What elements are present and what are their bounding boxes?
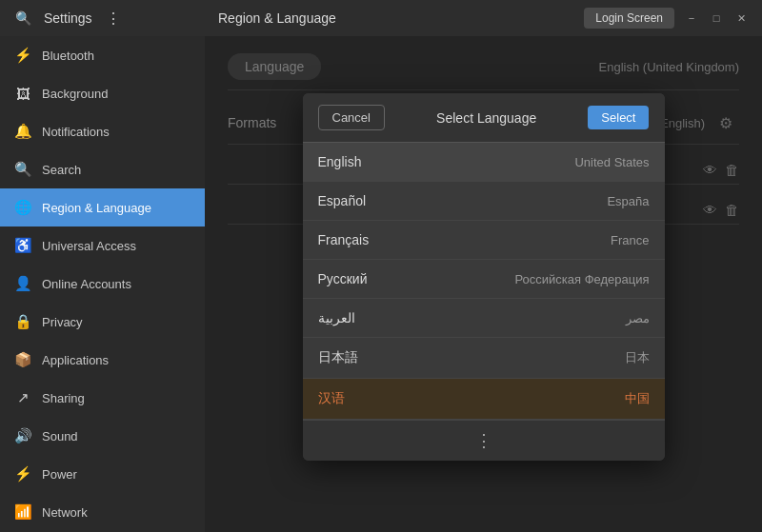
sidebar-label-notifications: Notifications bbox=[42, 125, 110, 139]
bluetooth-icon: ⚡ bbox=[13, 46, 32, 65]
modal-title: Select Language bbox=[436, 110, 536, 126]
universal-access-icon: ♿ bbox=[13, 236, 32, 255]
notifications-icon: 🔔 bbox=[13, 122, 32, 141]
minimize-button[interactable]: − bbox=[684, 10, 699, 26]
lang-item-french[interactable]: Français France bbox=[303, 221, 665, 260]
sidebar-label-search: Search bbox=[42, 163, 81, 177]
lang-name-french: Français bbox=[318, 232, 370, 247]
login-screen-button[interactable]: Login Screen bbox=[584, 8, 674, 29]
background-icon: 🖼 bbox=[13, 84, 32, 103]
sidebar-item-region[interactable]: 🌐 Region & Language bbox=[0, 188, 205, 227]
lang-region-english: United States bbox=[574, 155, 649, 169]
lang-name-english: English bbox=[318, 154, 362, 169]
sound-icon: 🔊 bbox=[13, 426, 32, 445]
sidebar-label-power: Power bbox=[42, 467, 77, 482]
more-button[interactable]: ⋮ bbox=[475, 430, 492, 451]
top-bar: 🔍 Settings ⋮ Region & Language Login Scr… bbox=[0, 0, 762, 36]
sidebar-label-privacy: Privacy bbox=[42, 315, 83, 329]
online-accounts-icon: 👤 bbox=[13, 274, 32, 293]
sidebar-item-online-accounts[interactable]: 👤 Online Accounts bbox=[0, 265, 205, 303]
sidebar-item-sound[interactable]: 🔊 Sound bbox=[0, 417, 205, 455]
select-language-modal: Cancel Select Language Select English Un… bbox=[303, 93, 665, 461]
top-bar-right: Region & Language Login Screen − □ ✕ bbox=[205, 8, 762, 29]
sidebar-item-notifications[interactable]: 🔔 Notifications bbox=[0, 112, 205, 150]
power-icon: ⚡ bbox=[13, 464, 32, 483]
lang-item-chinese[interactable]: 汉语 中国 bbox=[303, 379, 665, 420]
sidebar-label-applications: Applications bbox=[42, 353, 109, 367]
lang-region-chinese: 中国 bbox=[625, 390, 650, 407]
lang-region-arabic: مصر bbox=[626, 311, 650, 325]
lang-region-french: France bbox=[611, 233, 649, 247]
lang-name-japanese: 日本語 bbox=[318, 349, 358, 366]
sidebar-item-background[interactable]: 🖼 Background bbox=[0, 74, 205, 112]
sidebar-item-network[interactable]: 📶 Network bbox=[0, 493, 205, 531]
region-title: Region & Language bbox=[218, 10, 336, 26]
lang-name-chinese: 汉语 bbox=[318, 390, 345, 407]
sidebar-item-applications[interactable]: 📦 Applications bbox=[0, 341, 205, 379]
lang-region-russian: Российская Федерация bbox=[514, 272, 649, 286]
sidebar-label-background: Background bbox=[42, 87, 108, 101]
lang-item-arabic[interactable]: العربية مصر bbox=[303, 299, 665, 338]
lang-name-spanish: Español bbox=[318, 193, 367, 208]
sidebar-item-privacy[interactable]: 🔒 Privacy bbox=[0, 303, 205, 341]
sidebar-label-network: Network bbox=[42, 505, 88, 520]
cancel-button[interactable]: Cancel bbox=[318, 105, 385, 130]
sidebar-label-online-accounts: Online Accounts bbox=[42, 277, 131, 291]
sidebar-item-power[interactable]: ⚡ Power bbox=[0, 455, 205, 493]
privacy-icon: 🔒 bbox=[13, 312, 32, 331]
lang-name-russian: Русский bbox=[318, 271, 368, 286]
sidebar-item-sharing[interactable]: ↗ Sharing bbox=[0, 379, 205, 417]
lang-region-spanish: España bbox=[607, 194, 649, 208]
sidebar-label-sharing: Sharing bbox=[42, 391, 85, 405]
language-list: English United States Español España Fra… bbox=[303, 143, 665, 420]
sidebar-label-sound: Sound bbox=[42, 429, 78, 443]
sidebar-label-universal-access: Universal Access bbox=[42, 239, 136, 253]
sidebar-item-universal-access[interactable]: ♿ Universal Access bbox=[0, 227, 205, 265]
right-panel: Language English (United Kingdom) Format… bbox=[205, 36, 762, 532]
search-sidebar-icon: 🔍 bbox=[13, 160, 32, 179]
search-icon[interactable]: 🔍 bbox=[10, 5, 36, 31]
sharing-icon: ↗ bbox=[13, 388, 32, 407]
modal-header: Cancel Select Language Select bbox=[303, 93, 665, 143]
modal-footer: ⋮ bbox=[303, 420, 665, 461]
lang-item-russian[interactable]: Русский Российская Федерация bbox=[303, 260, 665, 299]
main-content: ⚡ Bluetooth 🖼 Background 🔔 Notifications… bbox=[0, 36, 762, 532]
applications-icon: 📦 bbox=[13, 350, 32, 369]
sidebar-label-region: Region & Language bbox=[42, 201, 151, 215]
modal-overlay: Cancel Select Language Select English Un… bbox=[205, 36, 762, 532]
sidebar-label-bluetooth: Bluetooth bbox=[42, 49, 94, 63]
lang-item-japanese[interactable]: 日本語 日本 bbox=[303, 338, 665, 379]
top-bar-left: 🔍 Settings ⋮ bbox=[0, 5, 205, 31]
network-icon: 📶 bbox=[13, 502, 32, 522]
settings-title: Settings bbox=[44, 10, 92, 26]
lang-item-spanish[interactable]: Español España bbox=[303, 182, 665, 221]
select-button[interactable]: Select bbox=[588, 106, 649, 129]
lang-item-english[interactable]: English United States bbox=[303, 143, 665, 182]
lang-name-arabic: العربية bbox=[318, 310, 355, 325]
sidebar-item-bluetooth[interactable]: ⚡ Bluetooth bbox=[0, 36, 205, 74]
sidebar-item-search[interactable]: 🔍 Search bbox=[0, 150, 205, 188]
lang-region-japanese: 日本 bbox=[625, 349, 650, 366]
region-icon: 🌐 bbox=[13, 198, 32, 217]
settings-menu-icon[interactable]: ⋮ bbox=[100, 5, 127, 31]
window-controls-group: Login Screen − □ ✕ bbox=[584, 8, 749, 29]
sidebar: ⚡ Bluetooth 🖼 Background 🔔 Notifications… bbox=[0, 36, 205, 532]
maximize-button[interactable]: □ bbox=[709, 10, 724, 26]
close-button[interactable]: ✕ bbox=[733, 10, 749, 26]
